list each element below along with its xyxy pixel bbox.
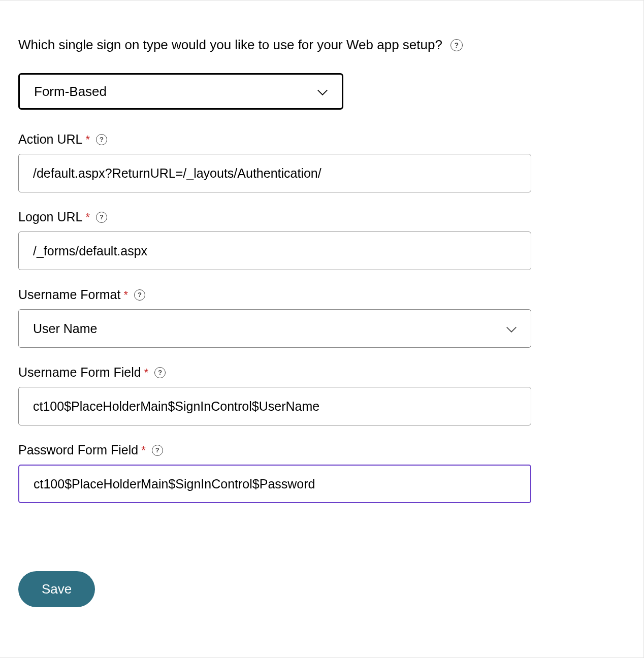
required-indicator: * xyxy=(123,288,128,302)
username-format-label: Username Format xyxy=(18,287,120,302)
username-format-select[interactable]: User Name xyxy=(18,309,531,348)
password-form-field-input[interactable] xyxy=(18,465,531,503)
username-format-group: Username Format * ? User Name xyxy=(18,287,625,348)
help-icon[interactable]: ? xyxy=(154,367,166,378)
action-url-input[interactable] xyxy=(18,154,531,192)
action-url-group: Action URL * ? xyxy=(18,132,625,192)
required-indicator: * xyxy=(85,211,90,224)
password-form-field-label-row: Password Form Field * ? xyxy=(18,443,625,457)
username-form-field-label: Username Form Field xyxy=(18,365,141,380)
username-form-field-label-row: Username Form Field * ? xyxy=(18,365,625,380)
action-url-label-row: Action URL * ? xyxy=(18,132,625,147)
help-icon[interactable]: ? xyxy=(96,212,107,223)
logon-url-group: Logon URL * ? xyxy=(18,210,625,270)
username-form-field-group: Username Form Field * ? xyxy=(18,365,625,425)
required-indicator: * xyxy=(85,133,90,146)
password-form-field-group: Password Form Field * ? xyxy=(18,443,625,503)
action-url-label: Action URL xyxy=(18,132,82,147)
question-text: Which single sign on type would you like… xyxy=(18,37,442,53)
sso-type-select[interactable]: Form-Based xyxy=(18,73,343,110)
question-row: Which single sign on type would you like… xyxy=(18,37,625,53)
save-button[interactable]: Save xyxy=(18,571,95,607)
help-icon[interactable]: ? xyxy=(96,134,107,145)
chevron-down-icon xyxy=(504,322,517,335)
username-format-value: User Name xyxy=(33,321,97,336)
sso-type-value: Form-Based xyxy=(34,84,107,100)
logon-url-label-row: Logon URL * ? xyxy=(18,210,625,224)
password-form-field-label: Password Form Field xyxy=(18,443,138,457)
help-icon[interactable]: ? xyxy=(134,289,145,301)
logon-url-label: Logon URL xyxy=(18,210,82,224)
required-indicator: * xyxy=(144,366,149,379)
username-format-label-row: Username Format * ? xyxy=(18,287,625,302)
help-icon[interactable]: ? xyxy=(450,39,463,51)
form-panel: Which single sign on type would you like… xyxy=(0,0,644,658)
chevron-down-icon xyxy=(315,85,328,97)
logon-url-input[interactable] xyxy=(18,232,531,270)
required-indicator: * xyxy=(141,444,146,457)
help-icon[interactable]: ? xyxy=(152,445,163,456)
username-form-field-input[interactable] xyxy=(18,387,531,425)
